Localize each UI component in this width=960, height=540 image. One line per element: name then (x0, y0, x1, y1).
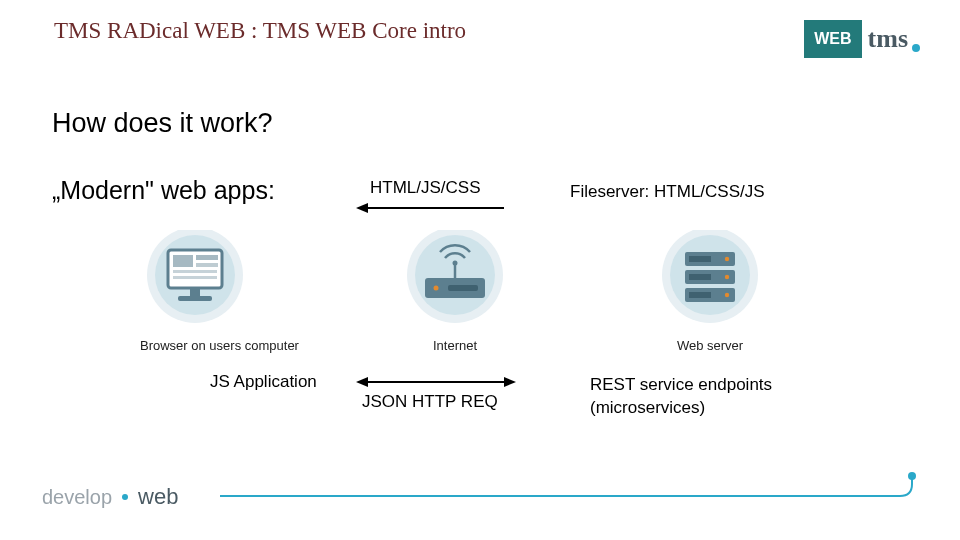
slide-title: TMS RADical WEB : TMS WEB Core intro (54, 18, 466, 44)
rest-line2: (microservices) (590, 398, 705, 417)
logo: WEB tms (804, 20, 920, 58)
svg-rect-11 (178, 296, 212, 301)
server-icon: Web server (655, 230, 765, 353)
svg-rect-6 (196, 255, 218, 260)
slide-root: TMS RADical WEB : TMS WEB Core intro WEB… (0, 0, 960, 540)
svg-rect-8 (173, 270, 217, 273)
logo-dot-icon (912, 44, 920, 52)
svg-rect-25 (689, 274, 711, 280)
subheading: „Modern" web apps: (52, 176, 275, 205)
svg-marker-1 (356, 203, 368, 213)
arrow-double-icon (356, 374, 516, 390)
label-html-js-css: HTML/JS/CSS (370, 178, 481, 198)
label-rest-endpoints: REST service endpoints (microservices) (590, 374, 772, 420)
svg-point-33 (908, 472, 916, 480)
label-json-http-req: JSON HTTP REQ (362, 392, 498, 412)
server-caption: Web server (655, 338, 765, 353)
rest-line1: REST service endpoints (590, 375, 772, 394)
flow-line-icon (220, 472, 920, 502)
svg-marker-32 (504, 377, 516, 387)
label-fileserver: Fileserver: HTML/CSS/JS (570, 182, 765, 202)
svg-marker-31 (356, 377, 368, 387)
svg-rect-7 (196, 263, 218, 267)
heading: How does it work? (52, 108, 273, 139)
footer-develop: develop (42, 486, 112, 509)
arrow-left-icon (356, 200, 506, 216)
label-js-application: JS Application (210, 372, 317, 392)
footer-web: web (138, 484, 178, 510)
svg-point-17 (434, 286, 439, 291)
svg-rect-26 (689, 292, 711, 298)
footer: develop web (42, 484, 178, 510)
browser-caption: Browser on users computer (140, 338, 299, 353)
svg-point-27 (725, 257, 729, 261)
svg-rect-5 (173, 255, 193, 267)
logo-tms-text: tms (868, 24, 920, 54)
svg-rect-10 (190, 288, 200, 296)
svg-point-29 (725, 293, 729, 297)
svg-rect-24 (689, 256, 711, 262)
browser-icon: Browser on users computer (140, 230, 299, 353)
svg-rect-9 (173, 276, 217, 279)
internet-caption: Internet (400, 338, 510, 353)
internet-icon: Internet (400, 230, 510, 353)
logo-web-badge: WEB (804, 20, 861, 58)
svg-rect-18 (448, 285, 478, 291)
svg-point-28 (725, 275, 729, 279)
footer-dot-icon (122, 494, 128, 500)
logo-tms-label: tms (868, 24, 908, 54)
